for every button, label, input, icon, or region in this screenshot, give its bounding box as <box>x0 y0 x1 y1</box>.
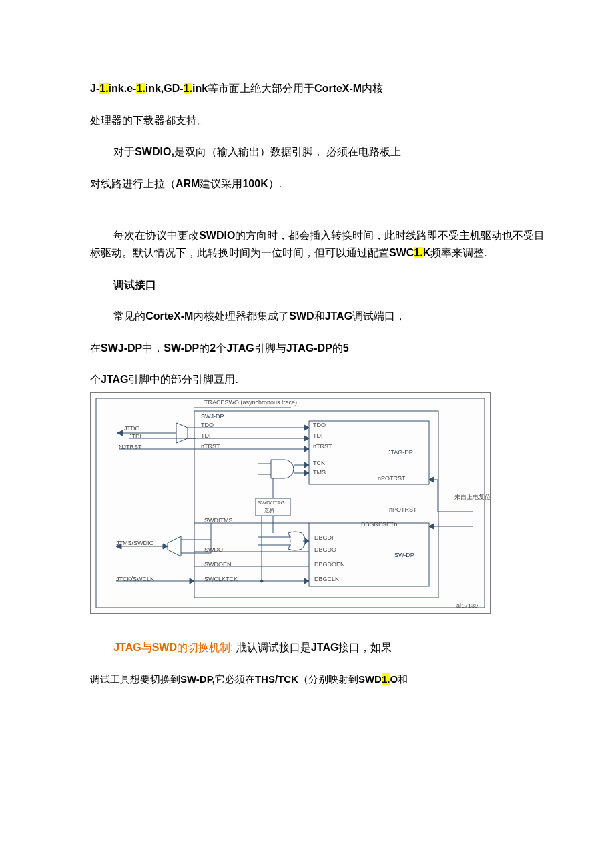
text: 引脚与 <box>254 342 286 354</box>
text: SWD <box>289 310 314 322</box>
label-from-reset: 来自上电复位 <box>454 494 475 501</box>
label-swdoen: SWDOEN <box>204 561 232 568</box>
text: 和 <box>314 310 325 322</box>
label-npotrst2: nPOTRST <box>389 506 417 513</box>
text: 内核 <box>362 83 383 94</box>
label-tck: TCK <box>313 460 325 466</box>
text: 等市面上绝大部分用于 <box>208 83 314 94</box>
label-tms: TMS <box>313 469 326 476</box>
paragraph-5: 每次在协议中更改SWDIO的方向时，都会插入转换时间，此时线路即不受主机驱动也不… <box>90 227 554 261</box>
label-jtck-swclk: JTCK/SWCLK <box>116 576 154 582</box>
text: JTAG <box>101 374 128 385</box>
text: SWDIO, <box>135 146 174 157</box>
text: THS/TCK <box>255 673 298 685</box>
text: O <box>390 673 398 685</box>
svg-marker-27 <box>429 524 434 529</box>
text-orange: 与 <box>141 642 152 653</box>
text: 100K <box>242 178 268 189</box>
text: 5 <box>343 342 349 354</box>
highlight: 1. <box>99 83 108 94</box>
label-to-tdo: TDO <box>313 422 326 428</box>
text: SWJ-DP <box>101 342 142 354</box>
svg-marker-17 <box>304 462 309 468</box>
label-jtdo: JTDO <box>124 425 140 432</box>
svg-marker-13 <box>304 436 309 441</box>
text: 调试端口， <box>352 310 406 322</box>
svg-marker-11 <box>304 425 309 430</box>
svg-marker-32 <box>163 544 168 549</box>
label-jtag-dp: JTAG-DP <box>388 449 413 456</box>
text: 处理器的下载器都支持。 <box>90 115 208 126</box>
label-swclktck: SWCLKTCK <box>204 576 238 582</box>
svg-rect-1 <box>194 411 438 598</box>
svg-marker-38 <box>305 538 309 544</box>
text: 个 <box>216 342 226 354</box>
label-to-tdi: TDI <box>313 432 323 439</box>
document-page: J-1.ink.e-1.ink,GD-1.ink等市面上绝大部分用于CorteX… <box>0 0 614 868</box>
paragraph-10: JTAG与SWD的切换机制: 戕认调试接口是JTAG接口，如果 <box>90 639 554 657</box>
text: JTAG <box>325 310 352 322</box>
label-dbgreset: DBGRESETn <box>361 521 398 528</box>
text: CorteX-M <box>145 310 193 322</box>
text: 内核处理器都集成了 <box>193 310 289 322</box>
text: 频率来调整. <box>430 247 487 258</box>
text: K <box>423 247 431 258</box>
label-sw-dp: SW-DP <box>394 552 414 558</box>
label-dbgclk: DBGCLK <box>314 576 339 582</box>
label-swj-dp: SWJ-DP <box>201 413 224 420</box>
svg-marker-6 <box>176 423 188 443</box>
text: 每次在协议中更改 <box>113 230 199 241</box>
text: 在 <box>90 342 101 354</box>
text: 中， <box>142 342 164 354</box>
label-dbgdoen: DBGDOEN <box>314 561 345 568</box>
text: SWDIO <box>199 230 235 241</box>
paragraph-9: 个JTAG引脚中的部分引脚豆用. <box>90 371 554 388</box>
text: ink.e- <box>109 83 137 94</box>
highlight: 1. <box>184 83 192 94</box>
text: JTAG-DP <box>286 342 332 354</box>
svg-marker-42 <box>304 578 309 584</box>
text: 常见的 <box>113 310 145 322</box>
text: JTAG <box>311 642 338 653</box>
label-figure-id: ai17139 <box>456 602 478 609</box>
text: 对于 <box>113 146 135 157</box>
svg-marker-44 <box>190 578 194 584</box>
svg-marker-15 <box>304 446 309 452</box>
label-npotrst1: nPOTRST <box>378 475 406 482</box>
text: 的 <box>332 342 343 354</box>
label-tdo: TDO <box>201 422 214 428</box>
text: （分别映射到 <box>298 673 358 685</box>
highlight: 1. <box>382 673 390 685</box>
text: 是双向（输入输出）数据引脚， 必须在电路板上 <box>174 146 401 157</box>
highlight: 1. <box>414 247 422 258</box>
text: 和 <box>398 673 408 685</box>
paragraph-1: J-1.ink.e-1.ink,GD-1.ink等市面上绝大部分用于CorteX… <box>90 80 554 97</box>
text: 建议采用 <box>200 178 242 189</box>
svg-marker-29 <box>168 536 181 556</box>
text: SWC <box>389 247 414 258</box>
svg-point-48 <box>260 580 263 582</box>
text-orange: 的切换机制: <box>177 642 233 653</box>
label-tdi: TDI <box>201 432 211 439</box>
heading-debug-interface: 调试接口 <box>90 276 554 294</box>
swj-dp-diagram: TRACESWO (asynchronous trace) SWJ-DP JTD… <box>90 392 491 614</box>
svg-marker-19 <box>304 470 309 476</box>
text: SW-DP, <box>180 673 215 685</box>
diagram-container: TRACESWO (asynchronous trace) SWJ-DP JTD… <box>90 391 554 619</box>
label-dbgdi: DBGDI <box>314 534 334 541</box>
text: 引脚中的部分引脚豆用. <box>128 374 238 385</box>
label-jtdi: JTDI <box>129 433 141 440</box>
text: ink <box>192 83 208 94</box>
text: 戕认调试接口是 <box>236 642 311 653</box>
text: ARM <box>176 178 200 189</box>
text: 的 <box>199 342 210 354</box>
label-swdo: SWDO <box>204 546 223 553</box>
spacer <box>90 619 554 639</box>
text-orange: SWD <box>152 642 177 653</box>
label-ntrst: nTRST <box>201 443 220 450</box>
text-orange: JTAG <box>113 642 141 653</box>
text: 调试工具想要切换到 <box>90 673 180 685</box>
text: ）. <box>268 178 282 189</box>
text: SW-DP <box>164 342 199 354</box>
label-njtrst: NJTRST <box>119 444 142 450</box>
